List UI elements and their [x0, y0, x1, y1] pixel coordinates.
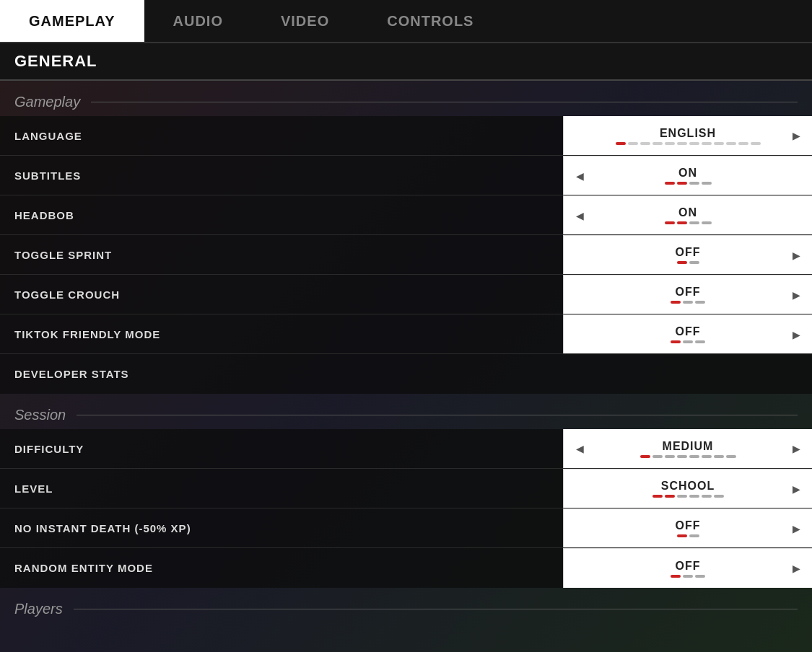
value-text-language: ENGLISH — [660, 127, 716, 140]
indicator-dot-difficulty-4 — [689, 455, 699, 458]
setting-control-toggle-sprint: ◀OFF▶ — [563, 235, 812, 274]
indicator-dot-language-4 — [665, 142, 675, 145]
right-arrow-toggle-crouch[interactable]: ▶ — [787, 286, 805, 304]
setting-row-headbob[interactable]: HEADBOB◀ON▶ — [0, 195, 812, 235]
settings-group-gameplay: LANGUAGE◀ENGLISH▶SUBTITLES◀ON▶HEADBOB◀ON… — [0, 116, 812, 394]
indicator-dot-headbob-0 — [665, 221, 675, 224]
indicator-dot-language-1 — [628, 142, 638, 145]
indicator-dot-no-instant-death-1 — [689, 534, 699, 537]
setting-control-level: ◀SCHOOL▶ — [563, 469, 812, 508]
right-arrow-random-entity-mode[interactable]: ▶ — [787, 560, 805, 577]
tab-gameplay[interactable]: GAMEPLAY — [0, 0, 144, 42]
value-block-difficulty: MEDIUM — [588, 440, 787, 458]
section-header-label-players: Players — [14, 601, 63, 617]
indicator-dot-difficulty-1 — [652, 455, 663, 458]
indicator-dot-level-5 — [714, 495, 724, 498]
right-arrow-difficulty[interactable]: ▶ — [787, 440, 805, 457]
section-header-players: Players — [0, 588, 812, 623]
right-arrow-tiktok-friendly-mode[interactable]: ▶ — [787, 326, 805, 343]
indicator-dot-language-6 — [689, 142, 699, 145]
indicator-dot-headbob-1 — [677, 221, 687, 224]
indicator-row-no-instant-death — [677, 534, 699, 537]
setting-row-level[interactable]: LEVEL◀SCHOOL▶ — [0, 469, 812, 508]
indicator-dot-subtitles-1 — [677, 182, 687, 185]
indicator-row-subtitles — [665, 182, 712, 185]
setting-row-difficulty[interactable]: DIFFICULTY◀MEDIUM▶ — [0, 429, 812, 469]
indicator-dot-difficulty-5 — [702, 455, 712, 458]
setting-label-random-entity-mode: RANDOM ENTITY MODE — [0, 562, 563, 574]
indicator-dot-level-0 — [652, 495, 663, 498]
setting-label-toggle-crouch: TOGGLE CROUCH — [0, 288, 563, 301]
tab-controls[interactable]: CONTROLS — [358, 0, 502, 42]
setting-label-difficulty: DIFFICULTY — [0, 443, 563, 455]
value-block-level: SCHOOL — [588, 480, 787, 498]
left-arrow-subtitles[interactable]: ◀ — [571, 167, 588, 185]
setting-control-difficulty: ◀MEDIUM▶ — [563, 429, 812, 468]
indicator-row-random-entity-mode — [671, 575, 705, 578]
right-arrow-no-instant-death[interactable]: ▶ — [787, 520, 805, 537]
indicator-dot-random-entity-mode-0 — [671, 575, 681, 578]
indicator-dot-toggle-sprint-1 — [689, 261, 699, 264]
indicator-dot-random-entity-mode-1 — [683, 575, 693, 578]
setting-row-subtitles[interactable]: SUBTITLES◀ON▶ — [0, 156, 812, 195]
setting-row-developer-stats[interactable]: DEVELOPER STATS — [0, 354, 812, 394]
indicator-dot-toggle-crouch-2 — [695, 301, 705, 304]
value-block-no-instant-death: OFF — [588, 519, 787, 537]
indicator-dot-tiktok-friendly-mode-2 — [695, 340, 705, 343]
value-block-headbob: ON — [588, 206, 787, 224]
indicator-row-level — [652, 495, 724, 498]
indicator-dot-difficulty-6 — [714, 455, 724, 458]
section-header-line-gameplay — [91, 102, 798, 102]
setting-control-tiktok-friendly-mode: ◀OFF▶ — [563, 314, 812, 353]
right-arrow-toggle-sprint[interactable]: ▶ — [787, 247, 805, 264]
tab-video[interactable]: VIDEO — [252, 0, 358, 42]
value-text-tiktok-friendly-mode: OFF — [676, 325, 701, 338]
indicator-dot-tiktok-friendly-mode-1 — [683, 340, 693, 343]
section-header-label-gameplay: Gameplay — [14, 94, 80, 110]
indicator-dot-language-0 — [616, 142, 626, 145]
value-text-no-instant-death: OFF — [676, 519, 701, 532]
setting-row-toggle-crouch[interactable]: TOGGLE CROUCH◀OFF▶ — [0, 275, 812, 314]
value-text-toggle-crouch: OFF — [676, 286, 701, 299]
setting-control-headbob: ◀ON▶ — [563, 195, 812, 234]
value-block-subtitles: ON — [588, 167, 787, 185]
indicator-dot-language-9 — [726, 142, 736, 145]
value-text-toggle-sprint: OFF — [676, 246, 701, 259]
setting-control-language: ◀ENGLISH▶ — [563, 116, 812, 155]
indicator-dot-language-11 — [751, 142, 761, 145]
indicator-dot-toggle-crouch-0 — [671, 301, 681, 304]
indicator-dot-difficulty-0 — [640, 455, 650, 458]
indicator-row-toggle-crouch — [671, 301, 705, 304]
setting-control-random-entity-mode: ◀OFF▶ — [563, 548, 812, 588]
indicator-dot-level-4 — [702, 495, 712, 498]
settings-group-session: DIFFICULTY◀MEDIUM▶LEVEL◀SCHOOL▶NO INSTAN… — [0, 429, 812, 588]
indicator-dot-toggle-sprint-0 — [677, 261, 687, 264]
value-block-language: ENGLISH — [588, 127, 787, 145]
setting-row-random-entity-mode[interactable]: RANDOM ENTITY MODE◀OFF▶ — [0, 548, 812, 588]
indicator-dot-language-3 — [652, 142, 663, 145]
indicator-dot-language-2 — [640, 142, 650, 145]
indicator-dot-level-3 — [689, 495, 699, 498]
indicator-dot-random-entity-mode-2 — [695, 575, 705, 578]
right-arrow-language[interactable]: ▶ — [787, 127, 805, 144]
value-text-difficulty: MEDIUM — [663, 440, 714, 453]
tab-audio[interactable]: AUDIO — [144, 0, 252, 42]
indicator-dot-level-1 — [665, 495, 675, 498]
indicator-dot-difficulty-7 — [726, 455, 736, 458]
setting-row-language[interactable]: LANGUAGE◀ENGLISH▶ — [0, 116, 812, 156]
value-block-toggle-sprint: OFF — [588, 246, 787, 264]
left-arrow-difficulty[interactable]: ◀ — [571, 440, 588, 457]
setting-label-language: LANGUAGE — [0, 130, 563, 142]
setting-row-tiktok-friendly-mode[interactable]: TIKTOK FRIENDLY MODE◀OFF▶ — [0, 314, 812, 354]
main-content: GameplayLANGUAGE◀ENGLISH▶SUBTITLES◀ON▶HE… — [0, 81, 812, 623]
setting-row-no-instant-death[interactable]: NO INSTANT DEATH (-50% XP)◀OFF▶ — [0, 508, 812, 548]
section-subtitle: GENERAL — [0, 43, 812, 81]
indicator-row-toggle-sprint — [677, 261, 699, 264]
top-nav: GAMEPLAYAUDIOVIDEOCONTROLS — [0, 0, 812, 43]
right-arrow-level[interactable]: ▶ — [787, 480, 805, 498]
setting-label-no-instant-death: NO INSTANT DEATH (-50% XP) — [0, 522, 563, 534]
left-arrow-headbob[interactable]: ◀ — [571, 207, 588, 224]
setting-row-toggle-sprint[interactable]: TOGGLE SPRINT◀OFF▶ — [0, 235, 812, 275]
indicator-dot-subtitles-3 — [702, 182, 712, 185]
indicator-dot-language-5 — [677, 142, 687, 145]
